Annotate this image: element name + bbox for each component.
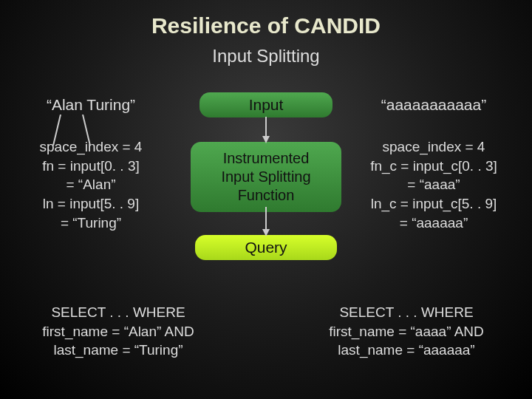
left-a5: = “Turing” <box>13 214 168 233</box>
right-column: “aaaaaaaaaaa” space_index = 4 fn_c = inp… <box>349 96 519 232</box>
right-sql: SELECT . . . WHERE first_name = “aaaa” A… <box>296 303 517 360</box>
right-a3: = “aaaa” <box>349 175 519 194</box>
arrow-input-to-func <box>262 117 270 143</box>
right-assignments: space_index = 4 fn_c = input_c[0. . 3] =… <box>349 137 519 232</box>
right-a5: = “aaaaaa” <box>349 214 519 233</box>
right-sql-2: first_name = “aaaa” AND <box>296 322 517 341</box>
left-a2: fn = input[0. . 3] <box>13 157 168 176</box>
func-l1: Instrumented <box>195 149 337 168</box>
left-sql-2: first_name = “Alan” AND <box>15 322 222 341</box>
function-box: Instrumented Input Splitting Function <box>191 142 341 212</box>
right-a1: space_index = 4 <box>349 137 519 157</box>
right-a2: fn_c = input_c[0. . 3] <box>349 157 519 176</box>
right-input-label: “aaaaaaaaaaa” <box>349 96 519 114</box>
right-sql-3: last_name = “aaaaaa” <box>296 341 517 360</box>
func-l3: Function <box>195 186 337 205</box>
input-box: Input <box>200 92 332 117</box>
left-assignments: space_index = 4 fn = input[0. . 3] = “Al… <box>13 137 168 232</box>
func-l2: Input Splitting <box>195 168 337 186</box>
slide-title: Resilience of CANDID <box>0 0 532 38</box>
left-sql-1: SELECT . . . WHERE <box>15 303 222 322</box>
left-sql: SELECT . . . WHERE first_name = “Alan” A… <box>15 303 222 360</box>
left-a1: space_index = 4 <box>13 137 168 157</box>
left-a3: = “Alan” <box>13 175 168 194</box>
left-a4: ln = input[5. . 9] <box>13 194 168 214</box>
left-column: “Alan Turing” space_index = 4 fn = input… <box>13 96 168 232</box>
slide-subtitle: Input Splitting <box>0 46 532 66</box>
right-a4: ln_c = input_c[5. . 9] <box>349 194 519 214</box>
query-box: Query <box>195 235 337 260</box>
left-sql-3: last_name = “Turing” <box>15 341 222 360</box>
right-sql-1: SELECT . . . WHERE <box>296 303 517 322</box>
left-input-label: “Alan Turing” <box>13 96 168 114</box>
